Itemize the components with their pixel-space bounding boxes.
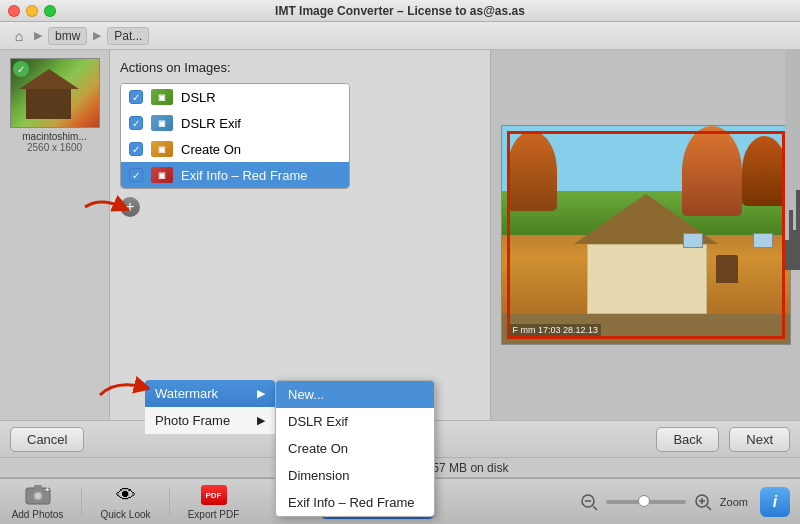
action-checkbox-create-on[interactable]: ✓: [129, 142, 143, 156]
breadcrumb-arrow: ▶: [34, 29, 42, 42]
close-button[interactable]: [8, 5, 20, 17]
house-body: [587, 244, 707, 314]
quick-look-tool[interactable]: 👁 Quick Look: [98, 483, 153, 520]
svg-rect-3: [34, 485, 42, 489]
breadcrumb-bmw[interactable]: bmw: [48, 27, 87, 45]
maximize-button[interactable]: [44, 5, 56, 17]
preview-background: [502, 126, 790, 344]
submenu-item-dimension[interactable]: Dimension: [276, 462, 434, 489]
back-button[interactable]: Back: [656, 427, 719, 452]
dslr-exif-icon: ▣: [151, 115, 173, 131]
zoom-area: Zoom i: [578, 487, 790, 517]
action-checkbox-dslr[interactable]: ✓: [129, 90, 143, 104]
breadcrumb-arrow-2: ▶: [93, 29, 101, 42]
content-area: ✓ macintoshim... 2560 x 1600 Actions on …: [0, 50, 800, 420]
info-button[interactable]: i: [760, 487, 790, 517]
histogram: [785, 50, 800, 270]
thumbnail-name: macintoshim...: [22, 131, 86, 142]
preview-image: F mm 17:03 28.12.13: [501, 125, 791, 345]
action-label-exif-frame: Exif Info – Red Frame: [181, 168, 307, 183]
context-menu: Watermark ▶ Photo Frame ▶: [145, 380, 275, 434]
zoom-out-icon[interactable]: [578, 491, 600, 513]
add-photos-tool[interactable]: + Add Photos: [10, 483, 65, 520]
home-icon[interactable]: ⌂: [10, 27, 28, 45]
thumb-house-body: [26, 89, 71, 119]
thumbnail-container[interactable]: ✓: [10, 58, 100, 128]
actions-label: Actions on Images:: [120, 60, 480, 75]
thumbnail-checkmark: ✓: [13, 61, 29, 77]
traffic-lights: [8, 5, 56, 17]
breadcrumb-bar: ⌂ ▶ bmw ▶ Pat...: [0, 22, 800, 50]
action-item-dslr-exif[interactable]: ✓ ▣ DSLR Exif: [121, 110, 349, 136]
submenu: New... DSLR Exif Create On Dimension Exi…: [275, 380, 435, 517]
submenu-item-new[interactable]: New...: [276, 381, 434, 408]
minimize-button[interactable]: [26, 5, 38, 17]
next-button[interactable]: Next: [729, 427, 790, 452]
exif-frame-icon: ▣: [151, 167, 173, 183]
submenu-item-exif-red-frame[interactable]: Exif Info – Red Frame: [276, 489, 434, 516]
info-icon-label: i: [773, 493, 777, 511]
arrow-indicator-left: [80, 192, 130, 225]
context-menu-item-watermark[interactable]: Watermark ▶: [145, 380, 275, 407]
watermark-label: Watermark: [155, 386, 218, 401]
export-pdf-label: Export PDF: [188, 509, 240, 520]
tool-separator-1: [81, 487, 82, 517]
pdf-icon-box: PDF: [201, 485, 227, 505]
action-label-dslr: DSLR: [181, 90, 216, 105]
exif-text-overlay: F mm 17:03 28.12.13: [510, 324, 602, 336]
actions-list: ✓ ▣ DSLR ✓ ▣ DSLR Exif ✓ ▣ Create On ✓ ▣…: [120, 83, 350, 189]
arrow-indicator-menu: [95, 375, 150, 408]
thumbnail-panel: ✓ macintoshim... 2560 x 1600: [0, 50, 110, 420]
plus-area: +: [120, 197, 480, 217]
titlebar: IMT Image Converter – License to as@as.a…: [0, 0, 800, 22]
preview-panel: F mm 17:03 28.12.13: [490, 50, 800, 420]
export-pdf-icon: PDF: [200, 483, 228, 507]
actions-panel: Actions on Images: ✓ ▣ DSLR ✓ ▣ DSLR Exi…: [110, 50, 490, 420]
thumbnail-dimensions: 2560 x 1600: [27, 142, 82, 153]
quick-look-icon: 👁: [112, 483, 140, 507]
tree-far-right: [742, 136, 787, 206]
svg-text:+: +: [45, 485, 50, 494]
action-item-create-on[interactable]: ✓ ▣ Create On: [121, 136, 349, 162]
add-photos-icon: +: [24, 483, 52, 507]
watermark-submenu-arrow: ▶: [257, 387, 265, 400]
tool-separator-2: [169, 487, 170, 517]
action-checkbox-exif-frame[interactable]: ✓: [129, 168, 143, 182]
action-item-exif-frame[interactable]: ✓ ▣ Exif Info – Red Frame: [121, 162, 349, 188]
dslr-icon: ▣: [151, 89, 173, 105]
zoom-label: Zoom: [720, 496, 748, 508]
hist-bar-4: [796, 190, 800, 270]
window-title: IMT Image Converter – License to as@as.a…: [275, 4, 525, 18]
house-door: [716, 255, 738, 283]
quick-look-label: Quick Look: [100, 509, 150, 520]
house-window-left: [683, 233, 703, 248]
svg-point-2: [35, 493, 41, 499]
action-checkbox-dslr-exif[interactable]: ✓: [129, 116, 143, 130]
house-window-right: [753, 233, 773, 248]
zoom-in-icon[interactable]: [692, 491, 714, 513]
photo-frame-submenu-arrow: ▶: [257, 414, 265, 427]
action-label-dslr-exif: DSLR Exif: [181, 116, 241, 131]
submenu-item-create-on[interactable]: Create On: [276, 435, 434, 462]
svg-line-9: [707, 506, 711, 510]
cancel-button[interactable]: Cancel: [10, 427, 84, 452]
photo-frame-label: Photo Frame: [155, 413, 230, 428]
action-label-create-on: Create On: [181, 142, 241, 157]
export-pdf-tool[interactable]: PDF Export PDF: [186, 483, 241, 520]
svg-line-6: [593, 506, 597, 510]
submenu-item-dslr-exif[interactable]: DSLR Exif: [276, 408, 434, 435]
tree-left: [507, 131, 557, 211]
action-item-dslr[interactable]: ✓ ▣ DSLR: [121, 84, 349, 110]
add-photos-label: Add Photos: [12, 509, 64, 520]
context-menu-item-photo-frame[interactable]: Photo Frame ▶: [145, 407, 275, 434]
context-menu-primary: Watermark ▶ Photo Frame ▶: [145, 380, 275, 434]
zoom-slider[interactable]: [606, 500, 686, 504]
zoom-thumb[interactable]: [638, 495, 650, 507]
create-on-icon: ▣: [151, 141, 173, 157]
breadcrumb-path[interactable]: Pat...: [107, 27, 149, 45]
